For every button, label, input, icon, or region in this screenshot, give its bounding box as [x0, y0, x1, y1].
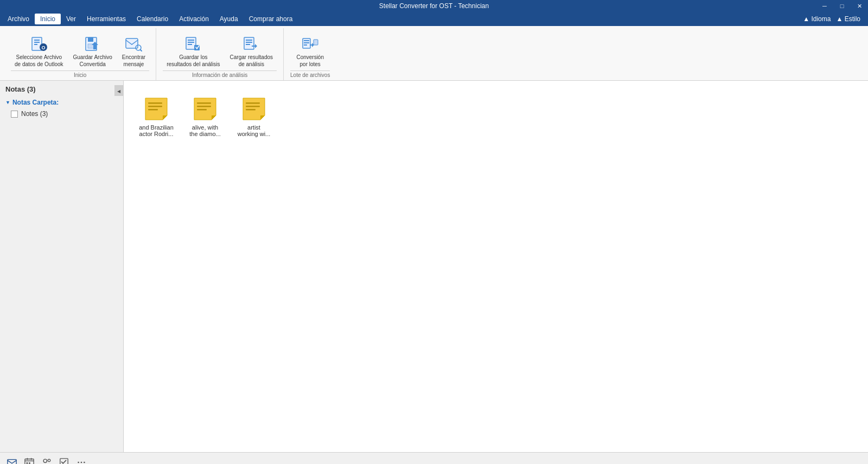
svg-point-49 — [48, 459, 50, 462]
svg-line-11 — [141, 50, 142, 51]
svg-rect-1 — [34, 40, 40, 41]
menu-inicio[interactable]: Inicio — [35, 14, 61, 24]
save-scan-label: Guardar losresultados del análisis — [167, 54, 220, 68]
sidebar-collapse-button[interactable] — [114, 85, 123, 96]
svg-rect-18 — [246, 40, 252, 41]
save-converted-file-button[interactable]: Guardar ArchivoConvertida — [69, 33, 116, 70]
menu-ayuda[interactable]: Ayuda — [214, 14, 244, 24]
svg-rect-24 — [304, 44, 307, 46]
save-converted-file-label: Guardar ArchivoConvertida — [73, 54, 112, 68]
ribbon-group-analisis: Guardar losresultados del análisis Carga… — [156, 28, 284, 80]
svg-point-52 — [81, 461, 82, 463]
bottom-nav — [0, 452, 868, 464]
note-icon-3 — [241, 96, 267, 122]
svg-rect-13 — [188, 40, 194, 41]
select-outlook-file-button[interactable]: O Seleccione Archivode datos de Outlook — [11, 33, 67, 70]
save-scan-results-button[interactable]: Guardar losresultados del análisis — [163, 33, 224, 70]
ribbon-group-inicio: O Seleccione Archivode datos de Outlook … — [4, 28, 156, 80]
batch-convert-icon — [302, 35, 319, 53]
load-scan-label: Cargar resultadosde análisis — [230, 54, 273, 68]
note-label-3: artist working wi... — [237, 124, 271, 137]
menu-comprar[interactable]: Comprar ahora — [244, 14, 298, 24]
nav-mail-button[interactable] — [4, 455, 20, 465]
ribbon-buttons-analisis: Guardar losresultados del análisis Carga… — [163, 30, 277, 70]
svg-text:O: O — [41, 45, 45, 50]
minimize-button[interactable]: ─ — [816, 0, 833, 12]
load-scan-results-button[interactable]: Cargar resultadosde análisis — [226, 33, 277, 70]
svg-rect-50 — [60, 458, 68, 464]
svg-point-48 — [43, 459, 47, 462]
note-icon-2 — [192, 96, 218, 122]
nav-tasks-button[interactable] — [56, 455, 72, 465]
menu-archivo[interactable]: Archivo — [2, 14, 35, 24]
ribbon: O Seleccione Archivode datos de Outlook … — [0, 26, 868, 81]
svg-rect-35 — [197, 109, 207, 111]
select-outlook-file-label: Seleccione Archivode datos de Outlook — [15, 54, 63, 68]
nav-calendar-button[interactable] — [22, 455, 37, 465]
note-label-2: alive, with the diamo... — [188, 124, 222, 137]
title-bar: Stellar Converter for OST - Technician ─… — [0, 0, 868, 12]
svg-rect-29 — [148, 106, 162, 107]
ribbon-buttons-inicio: O Seleccione Archivode datos de Outlook … — [11, 30, 149, 70]
svg-rect-20 — [246, 44, 250, 45]
section-chevron-icon: ▼ — [5, 100, 10, 105]
svg-rect-23 — [304, 42, 309, 43]
sidebar-section-label: ▼ Notas Carpeta: — [0, 96, 123, 108]
note-label-1: and Brazilian actor Rodri... — [139, 124, 174, 137]
menu-ver[interactable]: Ver — [61, 14, 81, 24]
svg-rect-34 — [197, 106, 211, 107]
note-icon-1 — [143, 96, 169, 122]
find-message-label: Encontrarmensaje — [122, 54, 145, 68]
svg-rect-15 — [188, 44, 192, 45]
svg-rect-33 — [197, 102, 211, 104]
save-scan-icon — [184, 35, 202, 53]
outlook-file-icon: O — [30, 35, 48, 53]
svg-rect-25 — [314, 40, 318, 45]
svg-rect-2 — [34, 42, 40, 43]
svg-point-51 — [78, 461, 79, 463]
sidebar-item-notes[interactable]: Notes (3) — [0, 108, 123, 119]
save-file-icon — [84, 35, 101, 53]
load-scan-icon — [242, 35, 260, 53]
notes-checkbox-icon[interactable] — [11, 111, 18, 118]
note-item-1[interactable]: and Brazilian actor Rodri... — [135, 92, 178, 141]
ribbon-group-inicio-label: Inicio — [11, 70, 149, 80]
menu-herramientas[interactable]: Herramientas — [81, 14, 131, 24]
svg-rect-19 — [246, 42, 252, 43]
sidebar-header: Notas (3) — [0, 81, 123, 96]
menu-right-items: ▲ Idioma ▲ Estilo — [803, 15, 866, 23]
maximize-button[interactable]: □ — [833, 0, 851, 12]
svg-point-53 — [84, 461, 85, 463]
language-menu[interactable]: ▲ Idioma — [803, 15, 831, 23]
sidebar: Notas (3) ▼ Notas Carpeta: Notes (3) — [0, 81, 124, 452]
nav-more-button[interactable] — [74, 455, 89, 465]
svg-rect-46 — [27, 462, 28, 464]
svg-rect-7 — [88, 37, 93, 42]
svg-rect-14 — [188, 42, 194, 43]
batch-convert-label: Conversiónpor lotes — [296, 54, 324, 68]
ribbon-group-lote-label: Lote de archivos — [290, 70, 330, 80]
svg-rect-39 — [246, 106, 260, 107]
ribbon-buttons-lote: Conversiónpor lotes — [292, 30, 328, 70]
svg-rect-47 — [29, 462, 30, 464]
menu-activacion[interactable]: Activación — [174, 14, 214, 24]
find-msg-icon — [125, 35, 142, 53]
note-item-3[interactable]: artist working wi... — [232, 92, 276, 141]
window-controls: ─ □ ✕ — [816, 0, 868, 12]
ribbon-group-analisis-label: Información de análisis — [163, 70, 277, 80]
svg-rect-22 — [304, 40, 309, 41]
close-button[interactable]: ✕ — [851, 0, 868, 12]
note-item-2[interactable]: alive, with the diamo... — [183, 92, 227, 141]
svg-rect-38 — [246, 102, 260, 104]
menu-calendario[interactable]: Calendario — [131, 14, 174, 24]
svg-rect-28 — [148, 102, 162, 104]
find-message-button[interactable]: Encontrarmensaje — [118, 33, 149, 70]
style-menu[interactable]: ▲ Estilo — [836, 15, 860, 23]
svg-rect-17 — [244, 37, 254, 49]
nav-people-button[interactable] — [39, 455, 54, 465]
svg-rect-30 — [148, 109, 158, 111]
svg-rect-40 — [246, 109, 256, 111]
chevron-left-icon — [117, 88, 120, 94]
content-area: and Brazilian actor Rodri... alive, with… — [124, 81, 868, 452]
batch-convert-button[interactable]: Conversiónpor lotes — [292, 33, 328, 70]
